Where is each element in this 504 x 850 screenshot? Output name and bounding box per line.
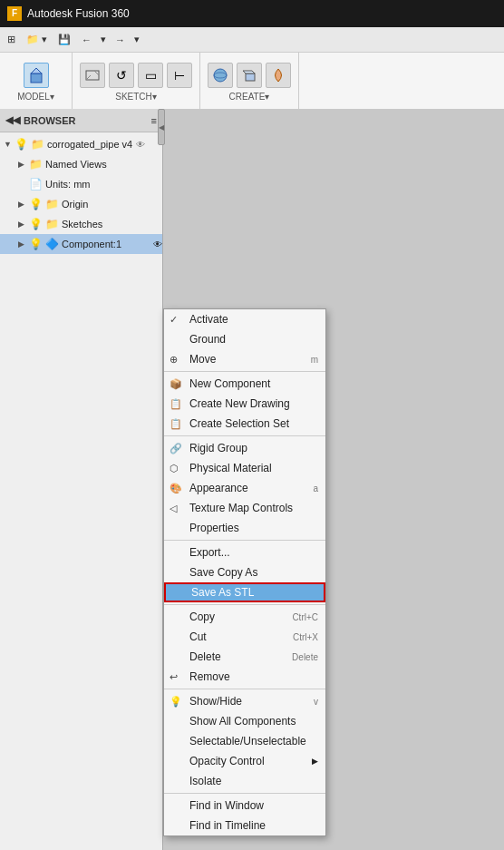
cm-properties-label: Properties	[189, 522, 239, 534]
tree-item-sketches[interactable]: ▶ 💡 📁 Sketches	[0, 214, 162, 234]
cm-show-hide[interactable]: 💡 Show/Hide v	[164, 691, 325, 711]
svg-marker-8	[243, 71, 255, 73]
cm-move[interactable]: ⊕ Move m	[164, 349, 325, 369]
cm-sep5	[164, 689, 325, 689]
save-button[interactable]: 💾	[54, 32, 74, 47]
cm-find-timeline-label: Find in Timeline	[189, 819, 266, 832]
cm-delete[interactable]: Delete Delete	[164, 647, 325, 667]
units-label: Units: mm	[45, 179, 91, 190]
component1-label: Component:1	[62, 239, 121, 249]
create-revolve[interactable]	[266, 63, 291, 88]
redo-dropdown[interactable]: ▾	[131, 32, 143, 47]
cm-appearance[interactable]: 🎨 Appearance a	[164, 478, 325, 498]
cm-save-as-stl[interactable]: Save As STL	[164, 582, 325, 602]
cm-ground[interactable]: Ground	[164, 329, 325, 349]
cm-delete-label: Delete	[189, 650, 221, 663]
model-label: MODEL▾	[17, 92, 54, 102]
cm-texture-map[interactable]: ◁ Texture Map Controls	[164, 498, 325, 518]
model-icon[interactable]	[24, 63, 49, 88]
browser-options-icon[interactable]: ≡	[151, 115, 157, 126]
cm-opacity-label: Opacity Control	[189, 755, 265, 767]
sketch-undo[interactable]: ↺	[109, 63, 134, 88]
cm-show-all-components[interactable]: Show All Components	[164, 711, 325, 731]
tree-item-origin[interactable]: ▶ 💡 📁 Origin	[0, 194, 162, 214]
cm-create-new-drawing-label: Create New Drawing	[189, 397, 290, 410]
panel-collapse-handle[interactable]: ◀	[158, 109, 165, 145]
cm-cut-label: Cut	[189, 630, 207, 643]
cm-appearance-label: Appearance	[189, 482, 248, 494]
cm-save-copy-as[interactable]: Save Copy As	[164, 562, 325, 582]
cm-create-selection-set[interactable]: 📋 Create Selection Set	[164, 414, 325, 434]
appearance-icon: 🎨	[170, 483, 182, 494]
cm-cut[interactable]: Cut Ctrl+X	[164, 627, 325, 647]
cm-move-label: Move	[189, 353, 216, 366]
cm-find-in-window[interactable]: Find in Window	[164, 796, 325, 816]
cm-show-hide-shortcut: v	[314, 697, 318, 707]
cm-isolate[interactable]: Isolate	[164, 771, 325, 791]
sketches-label: Sketches	[62, 219, 102, 230]
cm-create-new-drawing[interactable]: 📋 Create New Drawing	[164, 394, 325, 414]
create-box[interactable]	[237, 63, 262, 88]
cm-selectable-unselectable[interactable]: Selectable/Unselectable	[164, 731, 325, 751]
cm-delete-shortcut: Delete	[292, 652, 318, 662]
cm-opacity-control[interactable]: Opacity Control ▶	[164, 751, 325, 771]
origin-arrow: ▶	[18, 200, 27, 209]
redo-button[interactable]: →	[111, 33, 129, 47]
cm-new-component[interactable]: 📦 New Component	[164, 374, 325, 394]
undo-button[interactable]: ←	[78, 33, 95, 47]
cm-remove-label: Remove	[189, 670, 230, 683]
grid-button[interactable]: ⊞	[4, 32, 19, 47]
cm-physical-material[interactable]: ⬡ Physical Material	[164, 458, 325, 478]
cm-properties[interactable]: Properties	[164, 518, 325, 538]
file-button[interactable]: 📁 ▾	[23, 32, 51, 47]
create-drawing-icon: 📋	[170, 398, 182, 410]
sketch-section: ↺ ▭ ⊢ SKETCH▾	[73, 53, 200, 111]
component1-eye-icon: 👁	[153, 239, 162, 249]
browser-tree: ▼ 💡 📁 corrogated_pipe v4 👁 ▶ 📁 Named Vie…	[0, 132, 162, 256]
cm-sep3	[164, 540, 325, 541]
named-views-folder-icon: 📁	[29, 158, 43, 171]
cm-copy[interactable]: Copy Ctrl+C	[164, 607, 325, 627]
browser-title: BROWSER	[24, 115, 75, 126]
cm-activate-label: Activate	[189, 313, 228, 326]
svg-line-4	[94, 71, 99, 75]
cm-export[interactable]: Export...	[164, 542, 325, 562]
tree-item-named-views[interactable]: ▶ 📁 Named Views	[0, 154, 162, 174]
cm-remove[interactable]: ↩ Remove	[164, 667, 325, 687]
cm-create-selection-set-label: Create Selection Set	[189, 417, 289, 430]
root-folder-icon: 📁	[31, 138, 44, 151]
cm-cut-shortcut: Ctrl+X	[293, 632, 318, 642]
cm-find-in-timeline[interactable]: Find in Timeline	[164, 816, 325, 835]
tree-item-units[interactable]: 📄 Units: mm	[0, 174, 162, 194]
tree-item-component1[interactable]: ▶ 💡 🔷 Component:1 👁	[0, 234, 162, 254]
activate-check-icon: ✓	[170, 314, 178, 326]
cm-sep2	[164, 435, 325, 436]
context-menu: ✓ Activate Ground ⊕ Move m 📦 New Compone…	[163, 308, 326, 836]
cm-move-shortcut: m	[311, 355, 318, 365]
cm-rigid-group[interactable]: 🔗 Rigid Group	[164, 438, 325, 458]
root-label: corrogated_pipe v4	[47, 139, 132, 150]
svg-marker-1	[31, 68, 42, 73]
texture-map-icon: ◁	[170, 503, 177, 514]
sketch-icon[interactable]	[80, 63, 105, 88]
units-doc-icon: 📄	[29, 178, 43, 191]
rigid-group-icon: 🔗	[170, 443, 182, 454]
origin-bulb-icon: 💡	[29, 198, 43, 210]
create-sphere[interactable]	[208, 63, 233, 88]
sketch-line[interactable]: ⊢	[167, 63, 192, 88]
sketch-rect[interactable]: ▭	[138, 63, 163, 88]
component1-arrow: ▶	[18, 239, 27, 249]
cm-texture-map-label: Texture Map Controls	[189, 502, 293, 514]
named-views-arrow: ▶	[18, 160, 27, 169]
sketches-bulb-icon: 💡	[29, 218, 43, 230]
svg-line-3	[86, 75, 91, 80]
cm-save-copy-as-label: Save Copy As	[189, 566, 257, 579]
cm-sep4	[164, 604, 325, 605]
undo-dropdown[interactable]: ▾	[97, 32, 110, 47]
cm-new-component-label: New Component	[189, 377, 270, 390]
browser-collapse-icon[interactable]: ◀◀	[5, 114, 20, 126]
root-eye-icon: 👁	[136, 140, 145, 150]
tree-item-root[interactable]: ▼ 💡 📁 corrogated_pipe v4 👁	[0, 134, 162, 154]
cm-activate[interactable]: ✓ Activate	[164, 309, 325, 329]
browser-panel: ◀◀ BROWSER ≡ ▼ 💡 📁 corrogated_pipe v4 👁 …	[0, 109, 163, 850]
